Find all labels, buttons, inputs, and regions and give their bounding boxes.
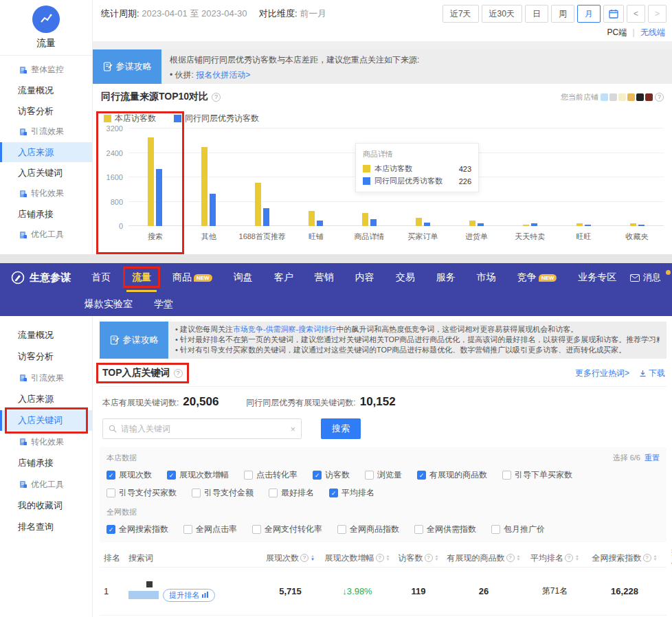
bar-group-天天特卖[interactable]	[503, 128, 557, 226]
bar-本店访客数[interactable]	[309, 211, 315, 226]
metric-checkbox-展现次数[interactable]: ✓展现次数	[107, 469, 152, 481]
sidebar-item[interactable]: 流量概况	[0, 80, 92, 100]
pc-tab[interactable]: PC端	[607, 27, 627, 37]
nav-item-业务专区[interactable]: 业务专区	[578, 271, 616, 284]
help-icon[interactable]: ?	[655, 93, 664, 102]
bar-group-旺旺[interactable]	[557, 128, 610, 226]
range-button[interactable]: 近30天	[482, 5, 522, 23]
sidebar-item[interactable]: 店铺承接	[0, 204, 92, 224]
sidebar-item[interactable]: 优化工具	[0, 474, 92, 495]
metric-checkbox-全网商品指数[interactable]: 全网商品指数	[337, 524, 399, 535]
metric-checkbox-展现次数增幅[interactable]: ✓展现次数增幅	[167, 469, 229, 481]
metric-checkbox-访客数[interactable]: ✓访客数	[313, 469, 350, 481]
nav-item-竞争[interactable]: 竞争NEW	[517, 271, 557, 284]
bar-本店访客数[interactable]	[255, 183, 261, 226]
nav-item-爆款实验室[interactable]: 爆款实验室	[85, 298, 133, 311]
metric-checkbox-浏览量[interactable]: 浏览量	[365, 469, 402, 481]
bar-同行同层优秀访客数[interactable]	[156, 169, 162, 226]
bar-同行同层优秀访客数[interactable]	[210, 194, 216, 226]
sidebar-item[interactable]: 入店来源	[0, 389, 92, 410]
legend-item-shop[interactable]: 本店访客数	[104, 113, 156, 124]
bar-group-1688首页推荐[interactable]	[236, 128, 289, 226]
sort-icon[interactable]: ▲▼	[575, 554, 579, 561]
help-icon[interactable]: ?	[376, 554, 384, 562]
sidebar-item[interactable]: 引流效果	[0, 368, 92, 388]
nav-item-商品[interactable]: 商品NEW	[172, 271, 212, 284]
nav-item-营销[interactable]: 营销	[315, 271, 334, 284]
help-icon[interactable]: ?	[174, 369, 183, 378]
bar-本店访客数[interactable]	[148, 137, 154, 226]
sidebar-item[interactable]: 优化工具	[0, 225, 92, 245]
bar-group-收藏夹[interactable]	[610, 128, 664, 226]
sidebar-item[interactable]: 排名查询	[0, 517, 92, 537]
sidebar-item[interactable]: 访客分析	[0, 346, 92, 367]
nav-item-市场[interactable]: 市场	[477, 271, 496, 284]
metric-checkbox-全网支付转化率[interactable]: 全网支付转化率	[252, 524, 322, 535]
huopin-signup-link[interactable]: 报名伙拼活动>	[196, 70, 250, 80]
sidebar-item[interactable]: 转化效果	[0, 431, 92, 452]
nav-item-服务[interactable]: 服务	[436, 271, 456, 284]
metric-checkbox-点击转化率[interactable]: 点击转化率	[244, 469, 298, 481]
sidebar-item[interactable]: 我的收藏词	[0, 495, 92, 516]
sidebar-item[interactable]: 入店关键词	[0, 410, 92, 431]
range-button[interactable]: 周	[551, 5, 574, 23]
bar-group-搜索[interactable]	[128, 128, 182, 226]
sidebar-item[interactable]: 入店来源	[0, 142, 92, 162]
bar-本店访客数[interactable]	[630, 223, 636, 226]
sort-icon[interactable]: ▲▼	[517, 554, 521, 561]
nav-item-流量[interactable]: 流量	[132, 271, 151, 284]
calendar-button[interactable]	[603, 5, 624, 23]
nav-item-客户[interactable]: 客户	[274, 271, 293, 284]
sidebar-item[interactable]: 入店关键词	[0, 163, 92, 183]
help-icon[interactable]: ?	[300, 554, 309, 562]
message-button[interactable]: 消息	[630, 271, 661, 284]
bar-同行同层优秀访客数[interactable]	[478, 223, 484, 226]
bar-同行同层优秀访客数[interactable]	[263, 208, 269, 226]
sidebar-item[interactable]: 引流效果	[0, 122, 92, 142]
legend-item-peer[interactable]: 同行同层优秀访客数	[174, 113, 259, 124]
bar-本店访客数[interactable]	[523, 225, 529, 226]
metric-checkbox-全网供需指数[interactable]: 全网供需指数	[414, 524, 476, 535]
bar-同行同层优秀访客数[interactable]	[531, 223, 537, 226]
next-period-button[interactable]: >	[648, 5, 667, 23]
sort-icon[interactable]: ▲▼	[435, 554, 439, 561]
bar-本店访客数[interactable]	[469, 221, 475, 226]
nav-item-询盘[interactable]: 询盘	[234, 271, 253, 284]
help-icon[interactable]: ?	[506, 554, 515, 562]
range-button[interactable]: 近7天	[443, 5, 479, 23]
help-icon[interactable]: ?	[425, 554, 433, 562]
range-button[interactable]: 日	[525, 5, 548, 23]
more-industry-words-link[interactable]: 更多行业热词>	[575, 368, 629, 379]
search-button[interactable]: 搜索	[321, 418, 361, 439]
keyword-search-input[interactable]: 请输入关键词 ×	[102, 418, 302, 439]
range-button[interactable]: 月	[577, 5, 601, 23]
bar-同行同层优秀访客数[interactable]	[317, 221, 323, 226]
bar-本店访客数[interactable]	[576, 223, 583, 226]
help-icon[interactable]: ?	[643, 554, 651, 562]
bar-本店访客数[interactable]	[201, 147, 208, 226]
nav-item-首页[interactable]: 首页	[91, 271, 111, 284]
sort-icon[interactable]: ▲▼	[311, 554, 315, 561]
sidebar-item[interactable]: 访客分析	[0, 101, 92, 121]
sidebar-item[interactable]: 转化效果	[0, 183, 92, 203]
bar-同行同层优秀访客数[interactable]	[638, 225, 645, 226]
reset-link[interactable]: 重置	[645, 453, 660, 463]
app-logo[interactable]: 生意参谋	[11, 271, 71, 284]
sidebar-item[interactable]: 流量概况	[0, 325, 92, 346]
sort-icon[interactable]: ▲▼	[386, 554, 390, 561]
help-icon[interactable]: ?	[565, 554, 573, 562]
sort-icon[interactable]: ▲▼	[653, 554, 658, 561]
clear-input-icon[interactable]: ×	[290, 424, 295, 434]
advisor-inline-link[interactable]: 市场竞争-供需洞察-搜索词排行	[233, 325, 336, 333]
bar-同行同层优秀访客数[interactable]	[424, 223, 430, 226]
bar-group-旺铺[interactable]	[289, 128, 343, 226]
bar-本店访客数[interactable]	[416, 218, 422, 226]
help-icon[interactable]: ?	[212, 93, 221, 102]
sidebar-item[interactable]: 整体监控	[0, 60, 92, 80]
wireless-tab[interactable]: 无线端	[640, 27, 665, 37]
metric-checkbox-全网搜索指数[interactable]: ✓全网搜索指数	[107, 524, 168, 535]
metric-checkbox-包月推广价[interactable]: 包月推广价	[491, 524, 545, 535]
metric-checkbox-引导下单买家数[interactable]: 引导下单买家数	[502, 469, 572, 481]
metric-checkbox-最好排名[interactable]: 最好排名	[269, 487, 314, 499]
sidebar-item[interactable]: 店铺承接	[0, 453, 92, 473]
